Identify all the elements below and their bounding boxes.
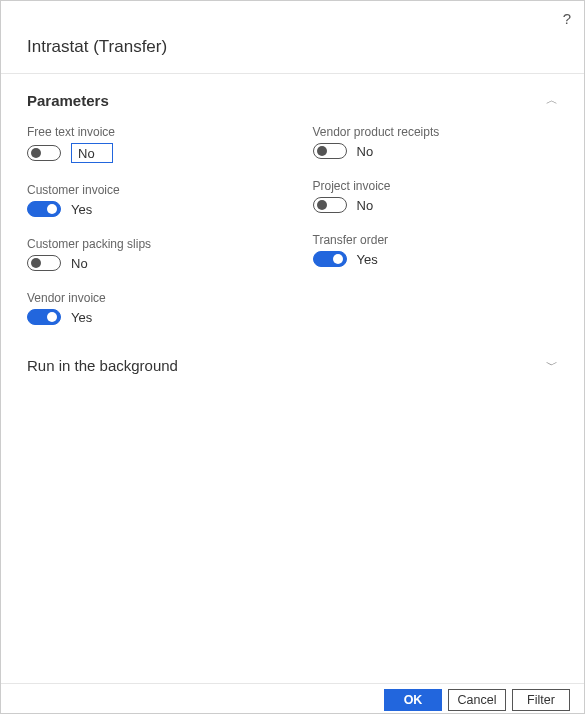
- dialog-title: Intrastat (Transfer): [1, 1, 584, 74]
- cancel-button[interactable]: Cancel: [448, 689, 506, 711]
- toggle-customer-packing-slips[interactable]: [27, 255, 61, 271]
- column-left: Free text invoice No Customer invoice Ye…: [27, 125, 273, 325]
- toggle-project-invoice[interactable]: [313, 197, 347, 213]
- value-vendor-product-receipts: No: [357, 144, 374, 159]
- toggle-vendor-product-receipts[interactable]: [313, 143, 347, 159]
- help-icon[interactable]: ?: [563, 10, 571, 27]
- input-free-text-invoice[interactable]: No: [71, 143, 113, 163]
- parameters-header[interactable]: Parameters ︿: [1, 74, 584, 115]
- toggle-transfer-order[interactable]: [313, 251, 347, 267]
- value-customer-packing-slips: No: [71, 256, 88, 271]
- chevron-down-icon: ﹀: [546, 357, 558, 374]
- value-vendor-invoice: Yes: [71, 310, 92, 325]
- label-transfer-order: Transfer order: [313, 233, 559, 247]
- field-free-text-invoice: Free text invoice No: [27, 125, 273, 163]
- value-project-invoice: No: [357, 198, 374, 213]
- field-vendor-product-receipts: Vendor product receipts No: [313, 125, 559, 159]
- toggle-customer-invoice[interactable]: [27, 201, 61, 217]
- ok-button[interactable]: OK: [384, 689, 442, 711]
- toggle-knob: [31, 148, 41, 158]
- field-customer-invoice: Customer invoice Yes: [27, 183, 273, 217]
- toggle-knob: [333, 254, 343, 264]
- field-project-invoice: Project invoice No: [313, 179, 559, 213]
- label-customer-invoice: Customer invoice: [27, 183, 273, 197]
- toggle-knob: [47, 312, 57, 322]
- toggle-free-text-invoice[interactable]: [27, 145, 61, 161]
- value-transfer-order: Yes: [357, 252, 378, 267]
- label-project-invoice: Project invoice: [313, 179, 559, 193]
- toggle-knob: [31, 258, 41, 268]
- column-right: Vendor product receipts No Project invoi…: [313, 125, 559, 325]
- run-background-header[interactable]: Run in the background ﹀: [1, 339, 584, 380]
- label-free-text-invoice: Free text invoice: [27, 125, 273, 139]
- toggle-knob: [317, 146, 327, 156]
- field-customer-packing-slips: Customer packing slips No: [27, 237, 273, 271]
- dialog-footer: OK Cancel Filter: [1, 683, 584, 713]
- label-vendor-invoice: Vendor invoice: [27, 291, 273, 305]
- value-customer-invoice: Yes: [71, 202, 92, 217]
- parameters-title: Parameters: [27, 92, 109, 109]
- field-vendor-invoice: Vendor invoice Yes: [27, 291, 273, 325]
- label-vendor-product-receipts: Vendor product receipts: [313, 125, 559, 139]
- toggle-knob: [47, 204, 57, 214]
- label-customer-packing-slips: Customer packing slips: [27, 237, 273, 251]
- chevron-up-icon: ︿: [546, 92, 558, 109]
- filter-button[interactable]: Filter: [512, 689, 570, 711]
- parameters-body: Free text invoice No Customer invoice Ye…: [1, 115, 584, 325]
- toggle-vendor-invoice[interactable]: [27, 309, 61, 325]
- run-background-title: Run in the background: [27, 357, 178, 374]
- toggle-knob: [317, 200, 327, 210]
- field-transfer-order: Transfer order Yes: [313, 233, 559, 267]
